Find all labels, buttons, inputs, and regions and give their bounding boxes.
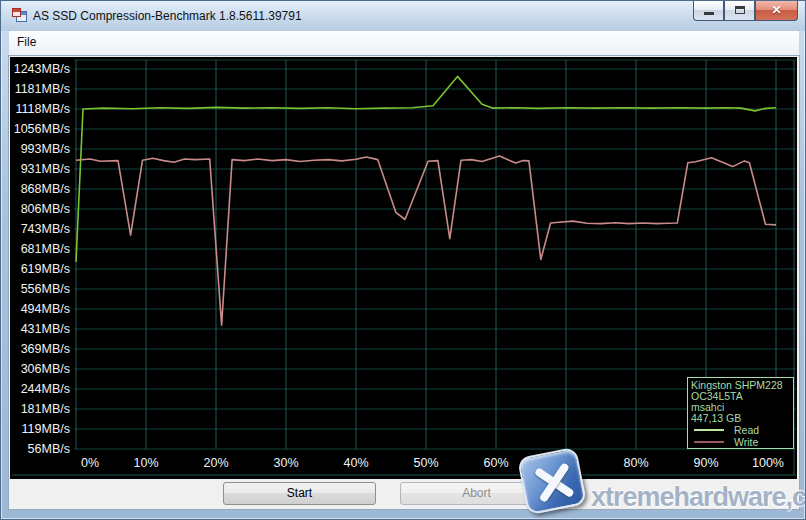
x-tick-label: 40%	[343, 456, 368, 470]
x-tick-label: 10%	[133, 456, 158, 470]
y-tick-label: 1118MB/s	[16, 102, 70, 116]
y-tick-label: 743MB/s	[21, 222, 70, 236]
app-icon-window-red	[12, 8, 21, 17]
window-controls: ✕	[693, 1, 798, 21]
y-tick-label: 244MB/s	[21, 382, 70, 396]
close-button[interactable]: ✕	[755, 1, 798, 21]
title-bar[interactable]: AS SSD Compression-Benchmark 1.8.5611.39…	[1, 1, 805, 31]
legend-write-row: Write	[691, 436, 793, 448]
close-icon: ✕	[756, 3, 797, 17]
chart-plot-svg: 1243MB/s1181MB/s1118MB/s1056MB/s993MB/s9…	[10, 57, 797, 479]
y-tick-label: 1243MB/s	[14, 62, 70, 76]
y-tick-label: 931MB/s	[21, 162, 70, 176]
x-tick-label: 60%	[483, 456, 508, 470]
legend-read-label: Read	[734, 425, 759, 436]
x-tick-label: 90%	[693, 456, 718, 470]
x-tick-label: 100%	[752, 456, 784, 470]
legend-capacity: 447,13 GB	[691, 413, 793, 424]
y-tick-label: 681MB/s	[21, 242, 70, 256]
x-tick-label: 50%	[413, 456, 438, 470]
y-tick-label: 868MB/s	[21, 182, 70, 196]
minimize-icon	[704, 12, 714, 15]
x-tick-label: 80%	[623, 456, 648, 470]
menu-bar: File	[9, 31, 799, 56]
watermark-x-bar	[539, 462, 570, 503]
maximize-button[interactable]	[724, 1, 755, 21]
maximize-icon	[735, 6, 745, 14]
y-tick-label: 1181MB/s	[15, 82, 70, 96]
y-tick-label: 556MB/s	[21, 282, 70, 296]
app-window: AS SSD Compression-Benchmark 1.8.5611.39…	[0, 0, 806, 520]
legend-read-row: Read	[691, 424, 793, 436]
y-tick-label: 56MB/s	[28, 442, 70, 456]
menu-file[interactable]: File	[9, 31, 44, 53]
benchmark-chart: 1243MB/s1181MB/s1118MB/s1056MB/s993MB/s9…	[10, 57, 797, 479]
watermark-text: xtremehardware,com	[591, 482, 806, 513]
x-tick-label: 20%	[203, 456, 228, 470]
y-tick-label: 1056MB/s	[14, 122, 70, 136]
y-tick-label: 993MB/s	[21, 142, 70, 156]
y-tick-label: 806MB/s	[21, 202, 70, 216]
y-tick-label: 431MB/s	[21, 322, 70, 336]
legend-read-swatch	[694, 429, 724, 431]
legend-write-label: Write	[734, 437, 758, 448]
minimize-button[interactable]	[693, 1, 724, 21]
x-tick-label: 30%	[273, 456, 298, 470]
start-button[interactable]: Start	[223, 482, 376, 505]
window-title: AS SSD Compression-Benchmark 1.8.5611.39…	[33, 9, 302, 23]
y-tick-label: 369MB/s	[21, 342, 70, 356]
app-icon	[12, 8, 28, 24]
y-tick-label: 181MB/s	[21, 402, 70, 416]
y-tick-label: 119MB/s	[22, 422, 70, 436]
watermark-x-icon	[517, 447, 587, 515]
y-tick-label: 306MB/s	[21, 362, 70, 376]
y-tick-label: 494MB/s	[21, 302, 70, 316]
legend-write-swatch	[694, 441, 724, 443]
y-tick-label: 619MB/s	[21, 262, 70, 276]
x-tick-label: 0%	[81, 456, 99, 470]
chart-legend: Kingston SHPM228 OC34L5TA msahci 447,13 …	[687, 377, 794, 449]
